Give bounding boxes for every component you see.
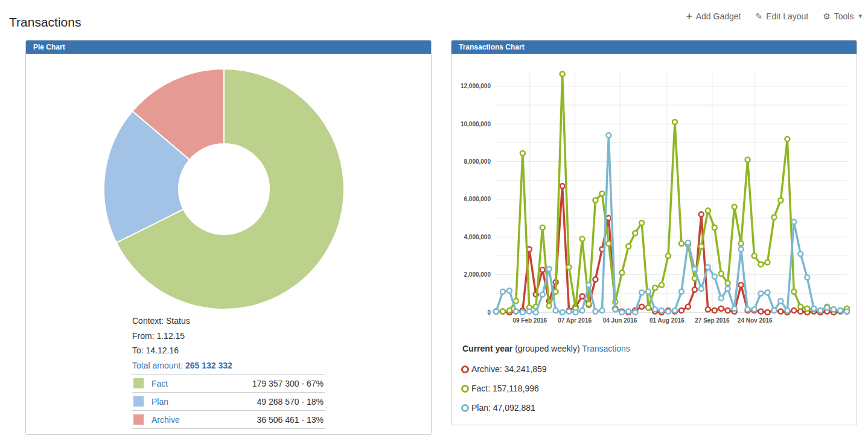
edit-layout-label: Edit Layout — [766, 11, 808, 21]
transactions-chart-gadget: Transactions Chart 02,000,0004,000,0006,… — [451, 40, 857, 425]
x-axis-tick-label: 27 Sep 2016 — [695, 317, 730, 324]
add-gadget-label: Add Gadget — [696, 11, 741, 21]
y-axis-tick-label: 0 — [487, 309, 491, 316]
total-amount-line: Total amount: 265 132 332 — [132, 358, 431, 373]
chevron-down-icon: ▾ — [858, 12, 862, 20]
archive-swatch — [133, 414, 144, 425]
chart-caption: Current year (grouped weekly) Transactio… — [462, 343, 857, 355]
pie-gadget-header: Pie Chart — [26, 40, 431, 54]
pencil-icon: ✎ — [755, 12, 762, 21]
page-title: Transactions — [9, 15, 81, 30]
x-axis-tick-label: 04 Jun 2016 — [603, 317, 637, 324]
caption-period: Current year — [462, 344, 512, 353]
chart-legend: Archive: 34,241,859 Fact: 157,118,996 Pl… — [461, 359, 857, 417]
y-axis-tick-label: 4,000,000 — [464, 234, 491, 240]
plan-swatch — [133, 396, 144, 407]
x-axis-tick-label: 01 Aug 2016 — [649, 317, 685, 324]
y-axis-tick-label: 12,000,000 — [461, 83, 491, 89]
pie-chart-gadget: Pie Chart Context: Status From: 1.12.15 … — [25, 40, 432, 435]
edit-layout-button[interactable]: ✎ Edit Layout — [755, 11, 808, 21]
plan-value: 49 268 570 - 18% — [257, 397, 324, 407]
transactions-link[interactable]: Transactions — [582, 344, 630, 353]
plan-ring-icon — [461, 404, 469, 412]
tools-label: Tools — [834, 11, 854, 21]
archive-value: 36 506 461 - 13% — [257, 415, 324, 425]
y-axis-tick-label: 6,000,000 — [464, 196, 491, 202]
pie-legend-table: Fact 179 357 300 - 67% Plan 49 268 570 -… — [132, 374, 325, 429]
fact-value: 179 357 300 - 67% — [252, 379, 324, 388]
plus-icon: + — [686, 11, 692, 21]
tools-menu-button[interactable]: ⚙ Tools ▾ — [823, 11, 862, 21]
legend-item-fact: Fact: 157,118,996 — [461, 379, 857, 398]
x-axis-tick-label: 09 Feb 2016 — [512, 317, 547, 324]
y-axis-tick-label: 2,000,000 — [464, 271, 491, 278]
fact-link[interactable]: Fact — [152, 379, 252, 388]
y-axis-tick-label: 10,000,000 — [461, 121, 491, 127]
gear-icon: ⚙ — [823, 12, 831, 21]
archive-link[interactable]: Archive — [152, 415, 257, 425]
total-amount-value: 265 132 332 — [185, 361, 232, 370]
table-row: Fact 179 357 300 - 67% — [132, 374, 325, 392]
legend-item-archive: Archive: 34,241,859 — [461, 359, 857, 379]
to-line: To: 14.12.16 — [132, 343, 431, 358]
context-line: Context: Status — [132, 314, 431, 329]
fact-ring-icon — [461, 385, 469, 393]
fact-swatch — [133, 378, 144, 388]
from-line: From: 1.12.15 — [132, 329, 431, 344]
add-gadget-button[interactable]: + Add Gadget — [686, 11, 741, 21]
table-row: Archive 36 506 461 - 13% — [132, 410, 325, 429]
archive-ring-icon — [461, 365, 469, 373]
series-fact-line[interactable] — [496, 74, 847, 312]
legend-item-plan: Plan: 47,092,881 — [461, 398, 857, 417]
table-row: Plan 49 268 570 - 18% — [132, 392, 325, 410]
dashboard-toolbar: + Add Gadget ✎ Edit Layout ⚙ Tools ▾ — [686, 11, 862, 21]
x-axis-tick-label: 24 Nov 2016 — [738, 317, 773, 324]
caption-grouping: (grouped weekly) — [515, 344, 579, 353]
pie-chart[interactable] — [26, 54, 430, 310]
pie-info-block: Context: Status From: 1.12.15 To: 14.12.… — [132, 314, 431, 373]
transactions-gadget-header: Transactions Chart — [452, 40, 857, 54]
x-axis-tick-label: 07 Apr 2016 — [558, 317, 592, 324]
transactions-line-chart[interactable]: 02,000,0004,000,0006,000,0008,000,00010,… — [452, 54, 855, 330]
y-axis-tick-label: 8,000,000 — [464, 158, 491, 165]
plan-link[interactable]: Plan — [152, 397, 257, 407]
